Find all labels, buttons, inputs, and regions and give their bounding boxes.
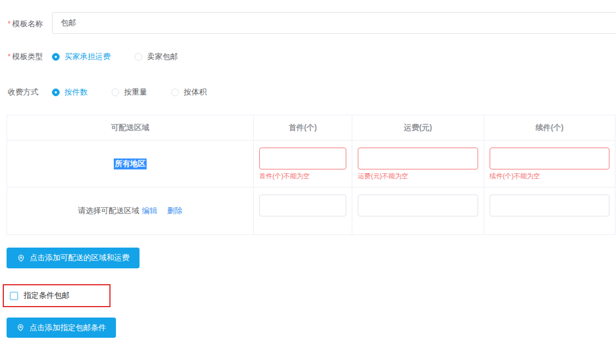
radio-buyer-pays[interactable]: 买家承担运费 [52, 52, 111, 62]
template-name-value: 包邮 [61, 18, 76, 28]
shipping-fee-cell: 运费(元)不能为空 [352, 140, 484, 187]
first-piece-cell: 首件(个)不能为空 [254, 140, 352, 187]
location-pin-icon [16, 324, 25, 332]
add-region-button-label: 点击添加可配送的区域和运费 [30, 253, 130, 263]
shipping-fee-error: 运费(元)不能为空 [358, 172, 478, 180]
all-regions-selected-text: 所有地区 [114, 158, 147, 169]
header-first-piece: 首件(个) [254, 115, 352, 140]
template-type-row: *模板类型 买家承担运费 卖家包邮 [8, 52, 202, 62]
charge-method-label: 收费方式 [8, 87, 52, 97]
delete-link[interactable]: 删除 [167, 206, 183, 216]
additional-piece-input[interactable] [490, 195, 609, 216]
edit-link[interactable]: 编辑 [142, 206, 158, 216]
additional-piece-cell [484, 187, 615, 234]
add-condition-button-label: 点击添加指定包邮条件 [30, 323, 106, 333]
additional-piece-error: 续件(个)不能为空 [490, 172, 609, 180]
radio-icon [171, 89, 179, 96]
radio-by-weight[interactable]: 按重量 [112, 87, 147, 97]
header-delivery-area: 可配送区域 [7, 115, 254, 140]
first-piece-input[interactable] [259, 195, 346, 216]
select-area-text: 请选择可配送区域 [78, 206, 140, 216]
template-type-label: *模板类型 [8, 52, 52, 62]
template-name-input[interactable]: 包邮 [52, 12, 616, 34]
first-piece-error: 首件(个)不能为空 [259, 172, 346, 180]
template-name-label: *模板名称 [8, 19, 43, 29]
radio-by-piece[interactable]: 按件数 [52, 87, 88, 97]
radio-icon [135, 53, 142, 61]
table-row: 所有地区 首件(个)不能为空 运费(元)不能为空 续件(个)不能为空 [7, 140, 615, 187]
table-row: 请选择可配送区域 编辑 删除 [7, 187, 615, 234]
first-piece-cell [254, 187, 352, 234]
charge-method-row: 收费方式 按件数 按重量 按体积 [8, 87, 231, 97]
add-condition-button[interactable]: 点击添加指定包邮条件 [7, 318, 116, 338]
shipping-fee-input[interactable] [358, 195, 478, 216]
table-header-row: 可配送区域 首件(个) 运费(元) 续件(个) [7, 115, 615, 140]
header-additional-piece: 续件(个) [484, 115, 615, 140]
first-piece-input[interactable] [259, 148, 346, 169]
shipping-fee-input[interactable] [358, 148, 478, 169]
additional-piece-cell: 续件(个)不能为空 [484, 140, 615, 187]
shipping-fee-table: 可配送区域 首件(个) 运费(元) 续件(个) 所有地区 首件(个)不能为空 运… [7, 115, 615, 235]
radio-seller-free-shipping[interactable]: 卖家包邮 [135, 52, 178, 62]
required-asterisk: * [8, 19, 10, 28]
delivery-area-cell: 所有地区 [7, 140, 254, 187]
radio-by-volume[interactable]: 按体积 [171, 87, 207, 97]
radio-icon [52, 89, 60, 96]
shipping-template-form: *模板名称 包邮 *模板类型 买家承担运费 卖家包邮 收费方式 按件数 按重量 … [0, 0, 616, 364]
conditional-free-shipping-checkbox[interactable] [10, 292, 18, 300]
header-shipping-fee: 运费(元) [352, 115, 484, 140]
conditional-free-shipping-box: 指定条件包邮 [3, 284, 111, 307]
radio-icon [112, 89, 119, 96]
add-region-button[interactable]: 点击添加可配送的区域和运费 [7, 248, 140, 268]
location-pin-icon [17, 254, 25, 262]
required-asterisk: * [8, 52, 10, 61]
additional-piece-input[interactable] [490, 148, 609, 169]
radio-icon [52, 53, 60, 61]
delivery-area-cell: 请选择可配送区域 编辑 删除 [7, 187, 254, 234]
shipping-fee-cell [352, 187, 484, 234]
conditional-free-shipping-label: 指定条件包邮 [24, 291, 69, 301]
